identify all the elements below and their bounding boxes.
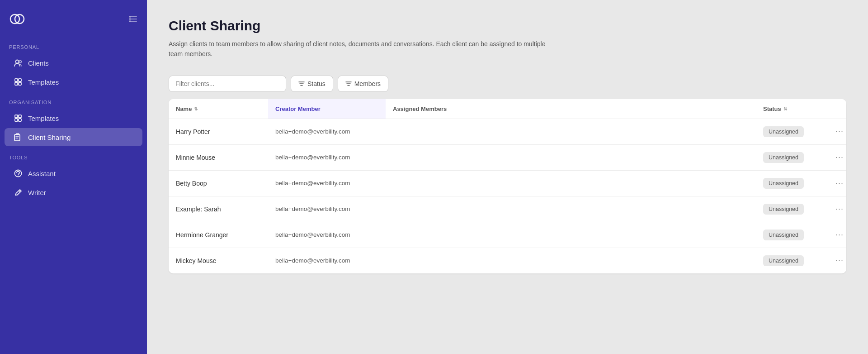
row-menu-button[interactable]: ··· bbox=[835, 256, 839, 265]
sidebar-header bbox=[0, 7, 147, 36]
sidebar-item-clients[interactable]: Clients bbox=[5, 54, 142, 72]
cell-name: Minnie Mouse bbox=[169, 147, 268, 168]
row-menu-button[interactable]: ··· bbox=[835, 178, 839, 188]
cell-menu[interactable]: ··· bbox=[828, 145, 846, 169]
cell-creator: bella+demo@everbility.com bbox=[268, 198, 386, 220]
svg-point-7 bbox=[19, 61, 22, 63]
svg-rect-16 bbox=[14, 134, 20, 141]
sidebar-item-assistant[interactable]: Assistant bbox=[5, 164, 142, 182]
th-name[interactable]: Name ⇅ bbox=[169, 99, 268, 119]
members-filter-button[interactable]: Members bbox=[338, 76, 388, 92]
row-menu-button[interactable]: ··· bbox=[835, 230, 839, 239]
sidebar-item-templates-personal[interactable]: Templates bbox=[5, 73, 142, 91]
table-body: Harry Potter bella+demo@everbility.com U… bbox=[169, 119, 846, 273]
row-menu-button[interactable]: ··· bbox=[835, 204, 839, 214]
cell-menu[interactable]: ··· bbox=[828, 120, 846, 144]
svg-rect-13 bbox=[19, 115, 21, 118]
table-row: Harry Potter bella+demo@everbility.com U… bbox=[169, 119, 846, 145]
filter-icon-2 bbox=[345, 81, 352, 87]
status-badge: Unassigned bbox=[763, 126, 804, 137]
page-description: Assign clients to team members to allow … bbox=[169, 39, 557, 59]
cell-assigned bbox=[386, 150, 756, 165]
filters-bar: Status Members bbox=[169, 76, 846, 92]
cell-creator: bella+demo@everbility.com bbox=[268, 224, 386, 245]
main-content: Client Sharing Assign clients to team me… bbox=[147, 0, 868, 354]
sidebar-item-templates-org[interactable]: Templates bbox=[5, 109, 142, 127]
clients-table: Name ⇅ Creator Member Assigned Members S… bbox=[169, 99, 846, 273]
sidebar-item-templates-personal-label: Templates bbox=[28, 78, 59, 86]
sort-icon-status: ⇅ bbox=[783, 106, 787, 111]
cell-status: Unassigned bbox=[756, 196, 828, 222]
table-row: Hermione Granger bella+demo@everbility.c… bbox=[169, 222, 846, 248]
cell-menu[interactable]: ··· bbox=[828, 223, 846, 247]
sidebar-item-writer-label: Writer bbox=[28, 189, 46, 196]
cell-menu[interactable]: ··· bbox=[828, 249, 846, 273]
cell-status: Unassigned bbox=[756, 248, 828, 273]
status-badge: Unassigned bbox=[763, 178, 804, 189]
svg-rect-14 bbox=[15, 119, 18, 121]
writer-icon bbox=[14, 188, 23, 197]
cell-creator: bella+demo@everbility.com bbox=[268, 121, 386, 142]
status-badge: Unassigned bbox=[763, 204, 804, 215]
cell-assigned bbox=[386, 202, 756, 216]
table-row: Mickey Mouse bella+demo@everbility.com U… bbox=[169, 248, 846, 273]
cell-assigned bbox=[386, 228, 756, 242]
svg-point-18 bbox=[18, 176, 19, 177]
cell-menu[interactable]: ··· bbox=[828, 171, 846, 195]
th-assigned: Assigned Members bbox=[386, 99, 756, 119]
cell-status: Unassigned bbox=[756, 171, 828, 196]
svg-rect-12 bbox=[15, 115, 18, 118]
svg-rect-5 bbox=[129, 16, 131, 22]
cell-name: Hermione Granger bbox=[169, 224, 268, 246]
templates-personal-icon bbox=[14, 77, 23, 86]
sidebar: Personal Clients Templates Organisation … bbox=[0, 0, 147, 354]
cell-name: Harry Potter bbox=[169, 121, 268, 143]
sidebar-item-clients-label: Clients bbox=[28, 59, 49, 67]
table-header: Name ⇅ Creator Member Assigned Members S… bbox=[169, 99, 846, 119]
sidebar-item-client-sharing[interactable]: Client Sharing bbox=[5, 128, 142, 146]
sort-icon-name: ⇅ bbox=[194, 106, 198, 111]
sidebar-item-assistant-label: Assistant bbox=[28, 170, 56, 177]
svg-rect-8 bbox=[15, 79, 18, 81]
svg-point-6 bbox=[16, 60, 19, 63]
cell-status: Unassigned bbox=[756, 119, 828, 144]
svg-rect-11 bbox=[19, 82, 21, 85]
page-title: Client Sharing bbox=[169, 18, 846, 33]
table-row: Minnie Mouse bella+demo@everbility.com U… bbox=[169, 145, 846, 171]
assistant-icon bbox=[14, 169, 23, 178]
section-label-personal: Personal bbox=[0, 36, 147, 53]
svg-rect-15 bbox=[19, 119, 21, 121]
section-label-organisation: Organisation bbox=[0, 91, 147, 109]
cell-assigned bbox=[386, 176, 756, 191]
table-row: Example: Sarah bella+demo@everbility.com… bbox=[169, 196, 846, 222]
cell-name: Betty Boop bbox=[169, 172, 268, 194]
sidebar-toggle-icon[interactable] bbox=[128, 14, 138, 24]
client-sharing-icon bbox=[14, 133, 23, 142]
th-actions bbox=[828, 99, 846, 119]
cell-creator: bella+demo@everbility.com bbox=[268, 172, 386, 194]
filter-icon bbox=[298, 81, 305, 87]
sidebar-item-client-sharing-label: Client Sharing bbox=[28, 134, 71, 141]
cell-creator: bella+demo@everbility.com bbox=[268, 147, 386, 168]
row-menu-button[interactable]: ··· bbox=[835, 127, 839, 136]
row-menu-button[interactable]: ··· bbox=[835, 153, 839, 162]
cell-creator: bella+demo@everbility.com bbox=[268, 250, 386, 271]
table-row: Betty Boop bella+demo@everbility.com Una… bbox=[169, 171, 846, 196]
templates-org-icon bbox=[14, 114, 23, 123]
status-filter-label: Status bbox=[307, 80, 326, 87]
search-input[interactable] bbox=[169, 76, 286, 92]
status-badge: Unassigned bbox=[763, 255, 804, 266]
status-filter-button[interactable]: Status bbox=[291, 76, 333, 92]
clients-icon bbox=[14, 58, 23, 67]
cell-status: Unassigned bbox=[756, 145, 828, 170]
members-filter-label: Members bbox=[354, 80, 381, 87]
status-badge: Unassigned bbox=[763, 230, 804, 240]
th-status[interactable]: Status ⇅ bbox=[756, 99, 828, 119]
svg-rect-9 bbox=[19, 79, 21, 81]
cell-status: Unassigned bbox=[756, 222, 828, 248]
sidebar-item-writer[interactable]: Writer bbox=[5, 183, 142, 201]
svg-rect-10 bbox=[15, 82, 18, 85]
sidebar-item-templates-org-label: Templates bbox=[28, 115, 59, 122]
cell-assigned bbox=[386, 254, 756, 268]
cell-menu[interactable]: ··· bbox=[828, 197, 846, 221]
